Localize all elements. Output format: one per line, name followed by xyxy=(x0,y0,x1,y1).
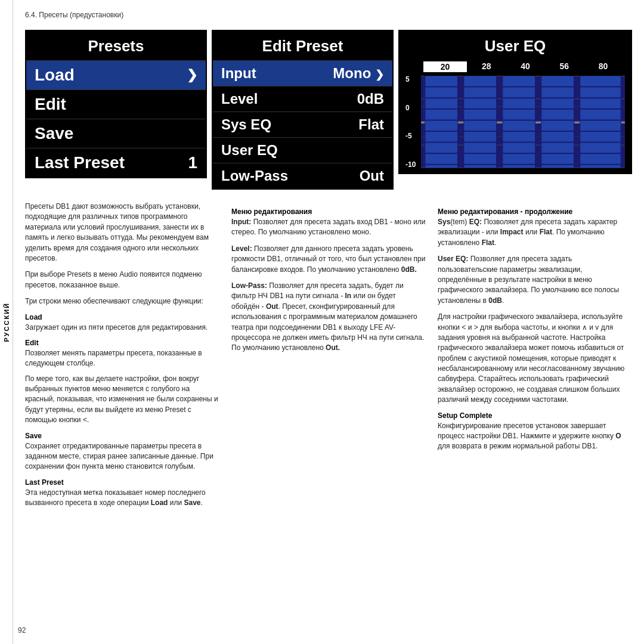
eq-freq-80: 80 xyxy=(584,61,623,72)
edit-preset-title: Edit Preset xyxy=(213,31,392,60)
edit-syseq-item[interactable]: Sys EQ Flat xyxy=(213,112,392,137)
page-number: 92 xyxy=(18,626,26,634)
eq-graph xyxy=(421,76,625,168)
edit-syseq-label: Sys EQ xyxy=(221,116,271,133)
preset-load-item[interactable]: Load xyxy=(26,60,206,89)
col3-extra: Для настройки графического эквалайзера, … xyxy=(438,312,632,405)
eq-y-0: 0 xyxy=(405,104,416,112)
text-col-3: Меню редактирования - продолжение Sys(te… xyxy=(438,202,632,513)
user-eq-title: User EQ xyxy=(400,31,631,60)
preset-edit-item[interactable]: Edit xyxy=(26,89,206,119)
edit-preset-panel: Edit Preset Input Mono ❯ Level 0dB Sys E… xyxy=(212,30,394,190)
presets-panel: Presets Load Edit Save Last Preset 1 xyxy=(25,30,207,178)
text-col-2: Меню редактирования Input: Позволяет для… xyxy=(231,202,426,513)
eq-y-n5: -5 xyxy=(405,132,416,140)
svg-rect-41 xyxy=(580,76,621,168)
section-save-body: Сохраняет отредактированные параметры пр… xyxy=(25,441,219,472)
col3-usereq: User EQ: Позволяет для пресета задать по… xyxy=(438,254,632,306)
edit-level-item[interactable]: Level 0dB xyxy=(213,86,392,112)
eq-y-5: 5 xyxy=(405,76,416,83)
preset-last-item: Last Preset 1 xyxy=(26,148,206,177)
svg-rect-5 xyxy=(425,76,458,168)
preset-save-item[interactable]: Save xyxy=(26,119,206,148)
sidebar-label: РУССКИЙ xyxy=(3,302,10,342)
section-load-head: Load xyxy=(25,313,219,321)
section-load-body: Загружает один из пяти пресетов для реда… xyxy=(25,323,219,333)
preset-last-label: Last Preset xyxy=(35,153,125,172)
eq-freq-40: 40 xyxy=(506,61,544,72)
svg-rect-23 xyxy=(503,76,535,168)
sidebar: РУССКИЙ xyxy=(0,0,13,644)
eq-freq-row: 20 28 40 56 80 xyxy=(421,61,625,72)
svg-rect-14 xyxy=(464,76,497,168)
edit-input-value: Mono ❯ xyxy=(333,65,384,82)
text-columns: Пресеты DB1 дают возможность выбрать уст… xyxy=(25,202,632,513)
col3-setup-head: Setup Complete xyxy=(438,411,632,420)
edit-input-label: Input xyxy=(221,65,256,82)
col3-head: Меню редактирования - продолжение xyxy=(438,208,632,216)
section-save-head: Save xyxy=(25,432,219,440)
eq-freq-56: 56 xyxy=(545,61,584,72)
presets-title: Presets xyxy=(26,31,206,60)
col2-lowpass: Low-Pass: Позволяет для пресета задать, … xyxy=(231,281,426,354)
intro-para-2: При выборе Presets в меню Audio появится… xyxy=(25,270,219,290)
section-edit-extra: По мере того, как вы делаете настройки, … xyxy=(25,374,219,426)
eq-freq-20: 20 xyxy=(423,61,467,72)
main-content: 6.4. Пресеты (предустановки) Presets Loa… xyxy=(13,0,644,644)
edit-lowpass-value: Out xyxy=(360,168,384,184)
svg-rect-32 xyxy=(541,76,574,168)
eq-y-n10: -10 xyxy=(405,161,416,168)
col2-input: Input: Позволяет для пресета задать вход… xyxy=(231,217,426,238)
col2-head: Меню редактирования xyxy=(231,208,426,216)
edit-syseq-value: Flat xyxy=(358,116,384,133)
section-lastpreset-body: Эта недоступная метка показывает номер п… xyxy=(25,488,219,509)
eq-freq-28: 28 xyxy=(467,61,506,72)
breadcrumb: 6.4. Пресеты (предустановки) xyxy=(25,11,632,19)
user-eq-panel: User EQ 20 28 40 56 80 5 0 -5 -10 xyxy=(398,30,632,174)
panels-row: Presets Load Edit Save Last Preset 1 Edi… xyxy=(25,30,632,190)
eq-svg xyxy=(421,76,625,168)
intro-para-3: Три строки меню обеспечивают следующие ф… xyxy=(25,296,219,306)
edit-usereq-label: User EQ xyxy=(221,142,278,159)
text-col-1: Пресеты DB1 дают возможность выбрать уст… xyxy=(25,202,219,513)
col3-setup-body: Конфигурирование пресетов установок заве… xyxy=(438,421,632,452)
section-edit-head: Edit xyxy=(25,339,219,347)
section-edit-body: Позволяет менять параметры пресета, пока… xyxy=(25,348,219,369)
col2-level: Level: Позволяет для данного пресета зад… xyxy=(231,244,426,275)
edit-level-label: Level xyxy=(221,91,258,107)
col3-syseq: Sys(tem) EQ: Позволяет для пресета задат… xyxy=(438,217,632,248)
edit-lowpass-item[interactable]: Low-Pass Out xyxy=(213,163,392,188)
section-lastpreset-head: Last Preset xyxy=(25,478,219,487)
edit-level-value: 0dB xyxy=(357,91,384,107)
edit-usereq-item[interactable]: User EQ xyxy=(213,137,392,163)
intro-para-1: Пресеты DB1 дают возможность выбрать уст… xyxy=(25,202,219,264)
edit-lowpass-label: Low-Pass xyxy=(221,168,288,184)
preset-last-value: 1 xyxy=(188,153,197,172)
edit-input-item[interactable]: Input Mono ❯ xyxy=(213,60,392,86)
